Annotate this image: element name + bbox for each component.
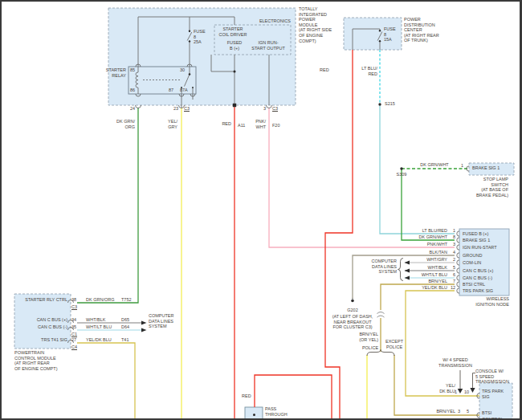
pcm-conn-0: C3 bbox=[71, 304, 77, 310]
win-pin-7: 7 bbox=[449, 279, 455, 284]
win-pin-4: 2 bbox=[449, 257, 455, 263]
pcm-label-2: CAN C BUS (-) bbox=[16, 324, 67, 330]
g202-ground-dot bbox=[351, 300, 354, 303]
wiring-diagram: TOTALLY INTEGRATED POWER MODULE (AT RIGH… bbox=[0, 0, 522, 420]
console-row2-wire: BRN/YEL bbox=[430, 409, 455, 414]
wire-label-red-a11: RED bbox=[215, 121, 231, 127]
tipm-pin-24: 24 bbox=[122, 106, 135, 112]
win-wire-0: LT BLU/RED bbox=[399, 228, 447, 234]
tipm-pin-3: 3 bbox=[255, 106, 266, 112]
win-wire-3: BLK/TAN bbox=[399, 250, 447, 255]
console-row2-pin-b: 5 bbox=[467, 409, 469, 414]
ign-run-start-output-label: IGN RUN- START OUTPUT bbox=[247, 40, 289, 51]
wire-red-pdc bbox=[325, 50, 353, 420]
wire-label-dk-grn-org: DK GRN/ ORG bbox=[104, 119, 135, 129]
w4-transmission-label: W/ 4 SPEED TRANSMISSION bbox=[432, 357, 479, 368]
pcm-label-0: STARTER RLY CTRL bbox=[16, 297, 67, 303]
pcm-pin-3: 27 bbox=[71, 337, 76, 343]
wire-dk-grn-org bbox=[77, 108, 138, 303]
pcm-caption: POWERTRAIN CONTROL MODULE (AT RIGHT REAR… bbox=[14, 350, 57, 371]
relay-87a-dot bbox=[192, 87, 194, 88]
win-wire-1: DK GRN/WHT bbox=[399, 234, 447, 240]
fused-b-label: FUSED B (+) bbox=[218, 40, 251, 51]
police-label: POLICE bbox=[360, 345, 381, 351]
pass-through-label: PASS THROUGH bbox=[265, 406, 288, 417]
tipm-fuse-dot-bottom bbox=[189, 40, 190, 42]
win-wire-2: PNK/WHT bbox=[399, 242, 447, 247]
pcm-pin-2: 35 bbox=[71, 324, 76, 330]
split-brace bbox=[367, 350, 394, 357]
pass-through-box bbox=[245, 407, 263, 420]
win-caption: WIRELESS IGNITION NODE bbox=[461, 296, 509, 307]
pdc-fuse-dot-bottom bbox=[379, 40, 381, 42]
pcm-cdl-arrow-1 bbox=[141, 321, 147, 325]
relay-pin-87: 87 bbox=[169, 88, 173, 93]
electronics-label: ELECTRONICS bbox=[241, 18, 291, 24]
wire-label-red-bottom: RED bbox=[242, 393, 251, 399]
wire-pnk-wht bbox=[269, 108, 455, 247]
win-pin-1: 8 bbox=[449, 234, 455, 240]
console5-label: CONSOLE W/ 5 SPEED TRANSMISSION bbox=[475, 369, 509, 385]
win-connector-arcs bbox=[457, 231, 459, 293]
tipm-fuse-label: FUSE 8 25A bbox=[194, 29, 206, 45]
console-row2-label: BTSI bbox=[482, 410, 491, 416]
console-row2-label2: CONTROL bbox=[482, 417, 504, 420]
pcm-circuit-3: T41 bbox=[121, 337, 128, 343]
brake-sig-1-label: BRAKE SIG 1 bbox=[472, 165, 500, 171]
pcm-conn-2: C1 bbox=[71, 332, 77, 337]
w4-arrowhead bbox=[458, 389, 463, 393]
win-pinlabel-3: GROUND bbox=[463, 253, 482, 259]
starter-coil-driver-label: STARTER COIL DRIVER bbox=[210, 27, 255, 37]
win-pinlabel-2: IGN RUN-START bbox=[463, 245, 497, 251]
win-wire-4: WHT/GRY bbox=[399, 257, 447, 263]
pcm-cdl-label: COMPUTER DATA LINES SYSTEM bbox=[149, 313, 173, 329]
except-police-label: EXCEPT POLICE bbox=[382, 339, 406, 349]
win-pinlabel-6: CAN C BUS (-) bbox=[463, 275, 492, 281]
win-pin-5: 5 bbox=[449, 265, 455, 271]
console5-arrowhead bbox=[470, 388, 475, 393]
win-wire-7: BRN/YEL bbox=[399, 279, 447, 284]
win-wire-5: WHT/BLK bbox=[399, 265, 447, 271]
win-pinlabel-1: BRAKE SIG 1 bbox=[463, 238, 490, 243]
tipm-caption: TOTALLY INTEGRATED POWER MODULE (AT RIGH… bbox=[299, 6, 332, 43]
pass-through-dot bbox=[253, 414, 255, 416]
relay-pin-85: 85 bbox=[130, 67, 135, 73]
pcm-circuit-0: T752 bbox=[121, 297, 132, 303]
win-pin-6: 6 bbox=[449, 272, 455, 278]
pcm-label-3: TRS T41 SIG bbox=[16, 337, 67, 343]
win-pinlabel-4: COM-LIN bbox=[463, 260, 481, 266]
win-wire-6: WHT/LT BLU bbox=[399, 272, 447, 278]
console-connector-arcs bbox=[477, 393, 479, 418]
wire-yel-dk-blu-pcm bbox=[77, 343, 135, 420]
wire-label-pnk-wht: PNK/ WHT bbox=[240, 119, 266, 129]
pcm-circuit-1: D65 bbox=[121, 317, 129, 323]
tipm-pin-23: 23 bbox=[164, 106, 178, 112]
g202-caption: (AT LEFT OF DASH, NEAR BREAKOUT FOR CLUS… bbox=[324, 314, 381, 330]
win-pinlabel-8: TRS PARK SIG bbox=[463, 288, 493, 294]
win-pinlabel-5: CAN C BUS (+) bbox=[463, 268, 493, 274]
wire-label-yel-gry: YEL/ GRY bbox=[150, 119, 177, 129]
pcm-conn-3: C4 bbox=[71, 345, 77, 350]
red-a11-terminal bbox=[233, 104, 236, 107]
relay-switch-dot bbox=[189, 73, 191, 75]
wire-label-red-pdc: RED bbox=[320, 67, 329, 73]
wire-label-dk-grn-wht: DK GRN/WHT bbox=[416, 162, 453, 168]
tipm-fuse-dot-top bbox=[189, 31, 190, 32]
circuit-f20: F20 bbox=[272, 123, 279, 128]
pcm-wire-1: WHT/BLK bbox=[86, 317, 105, 323]
starter-relay-label: STARTER RELAY bbox=[94, 67, 126, 78]
stop-lamp-pin-1: 1 bbox=[461, 163, 463, 169]
pcm-wire-3: YEL/DK BLU bbox=[86, 337, 112, 343]
pdc-fuse-label: FUSE 8 15A bbox=[384, 27, 396, 43]
console-row1-wire: YEL/ DK BLU bbox=[433, 383, 455, 393]
relay-pin-87a: 87A bbox=[180, 88, 188, 93]
win-pinlabel-7: BTSI CTRL bbox=[463, 282, 485, 287]
wire-label-lt-blu-red: LT BLU/ RED bbox=[353, 66, 377, 76]
pcm-pin-0: 38 bbox=[71, 297, 76, 303]
win-pin-0: 1 bbox=[449, 228, 455, 234]
pdc-fuse-dot-top bbox=[379, 30, 381, 31]
relay-pin-30: 30 bbox=[180, 67, 185, 73]
win-wire-8: YEL/DK BLU bbox=[399, 285, 447, 291]
console-row1-pin-a: 1 bbox=[455, 389, 457, 395]
splice-s309-label: S309 bbox=[391, 172, 412, 177]
